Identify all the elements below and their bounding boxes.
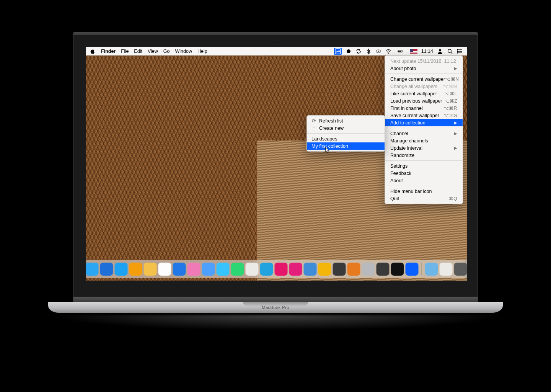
submenu-collection-label: My first collection bbox=[311, 144, 348, 149]
dock-app-icon[interactable] bbox=[440, 263, 453, 276]
dock-app-icon[interactable] bbox=[100, 263, 113, 276]
submenu-refresh-list[interactable]: ⟳ Refresh list bbox=[307, 117, 385, 124]
bluetooth-icon[interactable] bbox=[365, 48, 372, 54]
menu-like[interactable]: Like current wallpaper ⌥⌘L bbox=[385, 90, 463, 97]
input-source-flag-icon[interactable] bbox=[410, 49, 417, 54]
menubar-item-help[interactable]: Help bbox=[197, 49, 207, 54]
dock-app-icon[interactable] bbox=[454, 263, 467, 276]
menubar-item-window[interactable]: Window bbox=[175, 49, 192, 54]
menu-change-all-shortcut: ⌥⌘M bbox=[443, 84, 458, 89]
menu-settings[interactable]: Settings bbox=[385, 162, 463, 170]
dock-app-icon[interactable] bbox=[187, 263, 201, 276]
dock-app-icon[interactable] bbox=[391, 263, 404, 276]
dock-app-icon[interactable] bbox=[158, 263, 171, 276]
dock-app-icon[interactable] bbox=[86, 263, 99, 276]
dock-app-icon[interactable] bbox=[304, 263, 317, 276]
menu-save-current[interactable]: Save current wallpaper ⌥⌘S bbox=[385, 112, 463, 119]
submenu-refresh-label: Refresh list bbox=[319, 118, 343, 124]
submenu-collection-landscapes[interactable]: Landscapes bbox=[307, 135, 385, 142]
menubar-clock[interactable]: 11:14 bbox=[421, 49, 433, 54]
user-icon[interactable] bbox=[437, 48, 443, 54]
dock-app-icon[interactable] bbox=[275, 263, 288, 276]
dock-app-icon[interactable] bbox=[333, 263, 346, 276]
dock-app-icon[interactable] bbox=[318, 263, 331, 276]
menu-like-shortcut: ⌥⌘L bbox=[444, 91, 457, 96]
menu-first-in-channel[interactable]: First in channel ⌥⌘R bbox=[385, 105, 463, 112]
dock-app-icon[interactable] bbox=[406, 263, 419, 276]
submenu-create-new[interactable]: ＋ Create new bbox=[307, 124, 385, 132]
menu-about-label: About bbox=[390, 178, 403, 183]
dock-app-icon[interactable] bbox=[362, 263, 375, 276]
menu-hide-icon[interactable]: Hide menu bar icon bbox=[385, 188, 463, 195]
wallpaper-app-menubar-icon[interactable] bbox=[334, 48, 342, 55]
svg-point-16 bbox=[457, 52, 458, 53]
menubar-item-edit[interactable]: Edit bbox=[134, 49, 142, 54]
dock-app-icon[interactable] bbox=[173, 263, 186, 276]
sync-icon[interactable] bbox=[355, 48, 362, 54]
menu-change-current-shortcut: ⌥⌘N bbox=[445, 77, 459, 82]
menu-separator bbox=[307, 133, 385, 134]
svg-rect-6 bbox=[403, 51, 403, 51]
dock-app-icon[interactable] bbox=[202, 263, 215, 276]
menu-feedback-label: Feedback bbox=[390, 171, 411, 176]
chevron-right-icon: ▶ bbox=[454, 66, 457, 70]
menu-randomize[interactable]: Randomize bbox=[385, 152, 463, 159]
device-bezel: Finder File Edit View Go Window Help bbox=[73, 35, 478, 297]
macos-dock[interactable] bbox=[86, 260, 467, 278]
menubar-left: Finder File Edit View Go Window Help bbox=[90, 48, 207, 54]
apple-logo-icon[interactable] bbox=[90, 48, 96, 54]
menu-separator bbox=[385, 160, 463, 161]
svg-point-1 bbox=[347, 49, 350, 53]
menu-feedback[interactable]: Feedback bbox=[385, 170, 463, 177]
svg-line-10 bbox=[451, 52, 453, 54]
battery-icon[interactable] bbox=[395, 48, 406, 54]
dock-app-icon[interactable] bbox=[129, 263, 142, 276]
dock-app-icon[interactable] bbox=[231, 263, 244, 276]
menu-load-previous[interactable]: Load previous wallpaper ⌥⌘Z bbox=[385, 97, 463, 105]
menu-next-update: Next update 15/11/2016, 11:12 bbox=[385, 57, 463, 65]
spotlight-search-icon[interactable] bbox=[447, 48, 453, 54]
dock-app-icon[interactable] bbox=[246, 263, 259, 276]
svg-point-15 bbox=[457, 51, 458, 52]
menu-first-label: First in channel bbox=[390, 106, 423, 111]
dock-app-icon[interactable] bbox=[289, 263, 302, 276]
dock-app-icon[interactable] bbox=[425, 263, 438, 276]
menu-add-to-collection[interactable]: Add to collection ▶ bbox=[385, 119, 463, 126]
wallpaper-app-menu: Next update 15/11/2016, 11:12 About phot… bbox=[385, 56, 463, 204]
menubar-app-name[interactable]: Finder bbox=[101, 49, 116, 54]
menu-separator bbox=[385, 128, 463, 128]
dock-app-icon[interactable] bbox=[115, 263, 128, 276]
menubar-right: 11:14 bbox=[334, 48, 463, 55]
svg-point-8 bbox=[439, 49, 441, 51]
menu-manage-channels[interactable]: Manage channels bbox=[385, 137, 463, 144]
dock-app-icon[interactable] bbox=[144, 263, 157, 276]
status-dot-icon[interactable] bbox=[346, 48, 352, 54]
menu-update-interval[interactable]: Update interval ▶ bbox=[385, 144, 463, 152]
menu-about[interactable]: About bbox=[385, 177, 463, 184]
dock-app-icon[interactable] bbox=[377, 263, 390, 276]
menu-about-photo[interactable]: About photo ▶ bbox=[385, 65, 463, 72]
menubar-item-view[interactable]: View bbox=[148, 49, 158, 54]
submenu-create-label: Create new bbox=[319, 126, 344, 131]
menubar-item-file[interactable]: File bbox=[121, 49, 129, 54]
menu-channel[interactable]: Channel ▶ bbox=[385, 130, 463, 137]
dock-app-icon[interactable] bbox=[217, 263, 230, 276]
device-base: MacBook Pro bbox=[48, 302, 503, 313]
macos-menubar: Finder File Edit View Go Window Help bbox=[86, 47, 467, 56]
dock-divider bbox=[422, 263, 422, 276]
menu-quit[interactable]: Quit ⌘Q bbox=[385, 195, 463, 202]
device-brand-label: MacBook Pro bbox=[262, 305, 289, 310]
submenu-collection-my-first[interactable]: My first collection bbox=[307, 142, 385, 150]
menu-settings-label: Settings bbox=[390, 163, 408, 169]
wifi-icon[interactable] bbox=[385, 48, 391, 54]
menubar-item-go[interactable]: Go bbox=[163, 49, 170, 54]
menu-change-all-label: Change all wallpapers bbox=[390, 84, 437, 89]
dock-app-icon[interactable] bbox=[260, 263, 273, 276]
menu-change-current[interactable]: Change current wallpaper ⌥⌘N bbox=[385, 75, 463, 83]
device-lid-top bbox=[73, 32, 478, 35]
display-icon[interactable] bbox=[375, 48, 381, 54]
dock-app-icon[interactable] bbox=[347, 263, 360, 276]
camera-dot bbox=[274, 39, 277, 42]
menu-load-previous-label: Load previous wallpaper bbox=[390, 98, 442, 104]
notification-center-icon[interactable] bbox=[457, 48, 463, 54]
